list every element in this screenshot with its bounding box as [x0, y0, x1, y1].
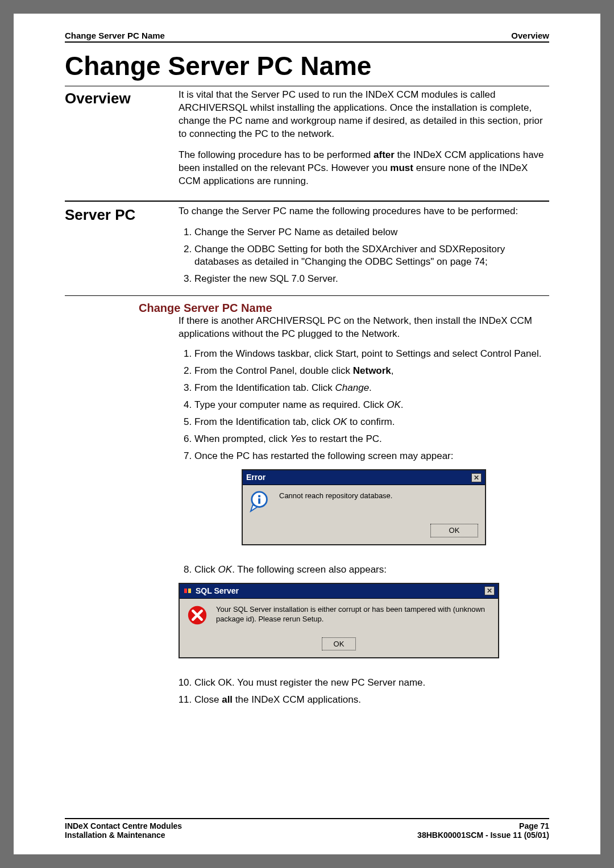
server-pc-intro: To change the Server PC name the followi…: [179, 205, 549, 218]
list-item: Change the ODBC Setting for both the SDX…: [194, 243, 549, 268]
text: .: [369, 382, 372, 393]
list-item: Click OK. You must register the new PC S…: [194, 677, 549, 689]
sql-server-icon: [183, 587, 192, 595]
close-icon[interactable]: ✕: [471, 473, 482, 482]
section-heading-server-pc: Server PC: [65, 205, 179, 290]
bold-text: must: [390, 162, 413, 173]
footer-doc-type: Installation & Maintenance: [65, 831, 182, 840]
text: to confirm.: [347, 416, 395, 427]
dialog-titlebar: SQL Server ✕: [180, 584, 498, 599]
divider: [65, 86, 549, 86]
section-heading-overview: Overview: [65, 89, 179, 196]
list-item: Type your computer name as required. Cli…: [194, 399, 549, 411]
italic-text: Yes: [290, 433, 306, 444]
dialog-titlebar: Error ✕: [243, 470, 485, 485]
text: From the Identification tab. Click: [194, 382, 335, 393]
subsection-steps-final: Click OK. You must register the new PC S…: [179, 677, 549, 706]
list-item: From the Windows taskbar, click Start, p…: [194, 348, 549, 360]
subsection-steps-cont: Click OK. The following screen also appe…: [179, 564, 549, 576]
text: Click: [194, 564, 218, 575]
list-item: Change the Server PC Name as detailed be…: [194, 226, 549, 239]
footer-right: Page 71 38HBK00001SCM - Issue 11 (05/01): [417, 821, 549, 840]
dialog-title-text: SQL Server: [196, 586, 239, 596]
italic-text: OK: [218, 564, 233, 575]
text: The following procedure has to be perfor…: [179, 149, 374, 160]
text: From the Identification tab, click: [194, 416, 333, 427]
dialog-message: Cannot reach repository database.: [279, 491, 392, 501]
error-icon: [186, 604, 208, 626]
text: When prompted, click: [194, 433, 290, 444]
subsection-intro: If there is another ARCHIVERSQL PC on th…: [179, 315, 549, 341]
text: From the Control Panel, double click: [194, 365, 353, 376]
divider: [65, 295, 549, 296]
svg-rect-4: [184, 589, 187, 593]
dialog-buttons: OK: [180, 634, 498, 658]
svg-rect-5: [188, 589, 191, 593]
document-page: Change Server PC Name Overview Change Se…: [14, 14, 600, 854]
dialog-body: Cannot reach repository database.: [243, 485, 485, 520]
italic-text: OK: [387, 399, 401, 410]
italic-text: OK: [333, 416, 347, 427]
overview-para1: It is vital that the Server PC used to r…: [179, 89, 549, 141]
list-item: Click OK. The following screen also appe…: [194, 564, 549, 576]
ok-button[interactable]: OK: [322, 637, 356, 651]
footer-left: INDeX Contact Centre Modules Installatio…: [65, 821, 182, 840]
list-item: Close all the INDeX CCM applications.: [194, 694, 549, 706]
running-header-left: Change Server PC Name: [65, 31, 165, 40]
info-icon: [250, 491, 271, 512]
text: .: [401, 399, 404, 410]
list-item: Once the PC has restarted the following …: [194, 450, 549, 462]
ok-button[interactable]: OK: [430, 524, 478, 537]
subsection-body: If there is another ARCHIVERSQL PC on th…: [179, 315, 549, 711]
dialog-sql-server: SQL Server ✕ Your SQL Server installatio…: [179, 583, 499, 658]
text: Close: [194, 694, 222, 705]
text: ,: [391, 365, 394, 376]
footer-doc-id: 38HBK00001SCM - Issue 11 (05/01): [417, 831, 549, 840]
list-item: From the Identification tab. Click Chang…: [194, 382, 549, 394]
bold-text: all: [222, 694, 233, 705]
dialog-error: Error ✕ Cannot reach repository database…: [242, 469, 486, 545]
subsection-steps: From the Windows taskbar, click Start, p…: [179, 348, 549, 463]
text: to restart the PC.: [306, 433, 382, 444]
running-header-right: Overview: [511, 31, 549, 40]
page-title: Change Server PC Name: [65, 51, 549, 81]
running-header: Change Server PC Name Overview: [65, 31, 549, 43]
list-item: From the Identification tab, click OK to…: [194, 416, 549, 428]
list-item: Register the new SQL 7.0 Server.: [194, 273, 549, 285]
section-server-pc: Server PC To change the Server PC name t…: [65, 205, 549, 290]
dialog-message: Your SQL Server installation is either c…: [216, 604, 491, 624]
list-item: From the Control Panel, double click Net…: [194, 365, 549, 377]
divider: [65, 201, 549, 202]
text: the INDeX CCM applications.: [233, 694, 361, 705]
overview-para2: The following procedure has to be perfor…: [179, 149, 549, 188]
server-pc-steps: Change the Server PC Name as detailed be…: [179, 226, 549, 285]
dialog-title-text: Error: [246, 472, 265, 483]
section-body-overview: It is vital that the Server PC used to r…: [179, 89, 549, 196]
italic-text: Change: [335, 382, 370, 393]
subsection-heading: Change Server PC Name: [139, 302, 549, 315]
footer-page-number: Page 71: [417, 821, 549, 831]
dialog-body: Your SQL Server installation is either c…: [180, 599, 498, 634]
text: Type your computer name as required. Cli…: [194, 399, 387, 410]
svg-rect-2: [258, 499, 260, 504]
bold-text: after: [374, 149, 395, 160]
text: . The following screen also appears:: [232, 564, 387, 575]
dialog-buttons: OK: [243, 520, 485, 544]
svg-rect-1: [258, 495, 260, 498]
close-icon[interactable]: ✕: [484, 586, 495, 595]
list-item: When prompted, click Yes to restart the …: [194, 433, 549, 445]
bold-text: Network: [353, 365, 391, 376]
page-footer: INDeX Contact Centre Modules Installatio…: [65, 818, 549, 840]
section-overview: Overview It is vital that the Server PC …: [65, 89, 549, 196]
footer-product: INDeX Contact Centre Modules: [65, 821, 182, 831]
section-body-server-pc: To change the Server PC name the followi…: [179, 205, 549, 290]
